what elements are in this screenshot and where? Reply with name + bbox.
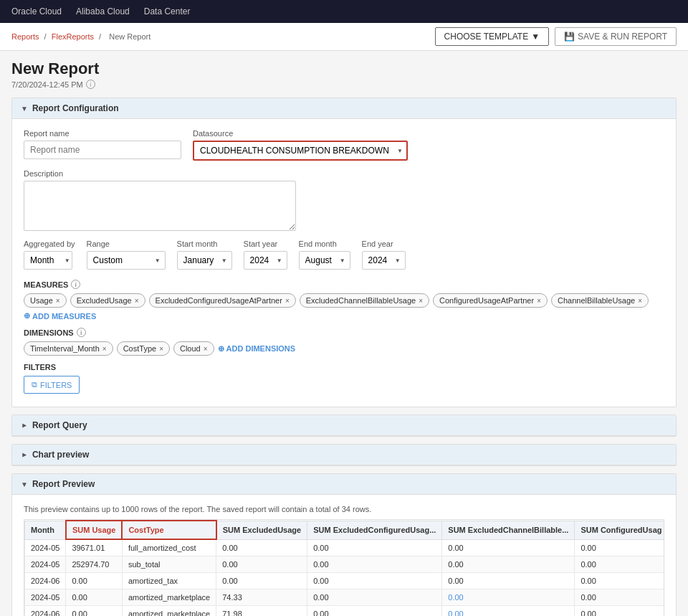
start-month-wrapper: January xyxy=(177,251,232,270)
table-cell: 0.00 xyxy=(307,573,442,589)
breadcrumb: Reports / FlexReports / New Report xyxy=(11,32,153,41)
table-cell: 2024-06 xyxy=(25,573,66,589)
remove-measure-tag[interactable]: × xyxy=(135,297,139,305)
nav-alibaba-cloud[interactable]: Alibaba Cloud xyxy=(76,6,130,16)
measure-tag: ExcludedChannelBillableUsage× xyxy=(300,293,429,308)
chevron-down-icon: ▼ xyxy=(531,32,540,42)
filters-section: FILTERS ⧉ FILTERS xyxy=(24,363,664,394)
datasource-select-wrapper: CLOUDHEALTH CONSUMPTION BREAKDOWN xyxy=(193,141,408,161)
report-preview-section: ▼ Report Preview This preview contains u… xyxy=(11,473,677,616)
table-row: 2024-050.00amortized_marketplace74.330.0… xyxy=(25,589,665,606)
report-preview-body: This preview contains up to 1000 rows of… xyxy=(12,495,676,616)
table-cell: amortized_tax xyxy=(122,573,216,589)
start-month-select[interactable]: January xyxy=(177,251,232,270)
measure-tag: ExcludedConfiguredUsageAtPartner× xyxy=(149,293,296,308)
report-name-label: Report name xyxy=(24,129,181,138)
table-cell: 2024-05 xyxy=(25,589,66,606)
table-row: 2024-0539671.01full_amortized_cost0.000.… xyxy=(25,539,665,556)
remove-measure-tag[interactable]: × xyxy=(638,297,642,305)
add-measures-button[interactable]: ⊕ ADD MEASURES xyxy=(24,311,96,321)
table-column-header: CostType xyxy=(122,521,216,539)
table-cell: 0.00 xyxy=(216,556,307,573)
add-dimensions-button[interactable]: ⊕ ADD DIMENSIONS xyxy=(218,344,296,354)
report-preview-title: Report Preview xyxy=(32,479,95,489)
table-cell: 71.98 xyxy=(216,606,307,617)
range-select[interactable]: Custom xyxy=(87,251,166,270)
dimension-tag: TimeInterval_Month× xyxy=(24,341,113,356)
table-column-header: Month xyxy=(25,521,66,539)
table-cell: 0.00 xyxy=(307,606,442,617)
report-configuration-header[interactable]: ▼ Report Configuration xyxy=(12,98,676,119)
dimension-tag: Cloud× xyxy=(173,341,214,356)
table-row: 2024-05252974.70sub_total0.000.000.000.0… xyxy=(25,556,665,573)
table-cell: 0.00 xyxy=(575,539,664,556)
chevron-right-icon: ▼ xyxy=(20,451,28,458)
datasource-select[interactable]: CLOUDHEALTH CONSUMPTION BREAKDOWN xyxy=(193,141,408,161)
choose-template-button[interactable]: CHOOSE TEMPLATE ▼ xyxy=(435,27,549,46)
save-run-button[interactable]: 💾 SAVE & RUN REPORT xyxy=(555,27,677,46)
chevron-down-icon: ▼ xyxy=(21,105,28,113)
remove-dimension-tag[interactable]: × xyxy=(102,345,107,353)
form-row-name-datasource: Report name Datasource CLOUDHEALTH CONSU… xyxy=(24,129,664,161)
table-row: 2024-060.00amortized_tax0.000.000.000.00 xyxy=(25,573,665,589)
table-cell: 0.00 xyxy=(66,589,123,606)
breadcrumb-reports[interactable]: Reports xyxy=(11,32,39,41)
start-year-group: Start year 2024 xyxy=(244,240,287,270)
table-cell: 0.00 xyxy=(575,556,664,573)
nav-data-center[interactable]: Data Center xyxy=(144,6,191,16)
table-cell: 0.00 xyxy=(66,606,123,617)
info-icon[interactable]: i xyxy=(86,80,95,89)
table-cell: 39671.01 xyxy=(66,539,123,556)
breadcrumb-flexreports[interactable]: FlexReports xyxy=(52,32,94,41)
measures-tags-row: Usage×ExcludedUsage×ExcludedConfiguredUs… xyxy=(24,293,664,321)
page-content: New Report 7/20/2024-12:45 PM i ▼ Report… xyxy=(0,51,688,616)
start-year-select[interactable]: 2024 xyxy=(244,251,287,270)
table-row: 2024-060.00amortized_marketplace71.980.0… xyxy=(25,606,665,617)
description-input[interactable] xyxy=(24,181,296,231)
remove-measure-tag[interactable]: × xyxy=(419,297,423,305)
table-cell: 0.00 xyxy=(307,589,442,606)
remove-dimension-tag[interactable]: × xyxy=(159,345,163,353)
start-year-label: Start year xyxy=(244,240,287,248)
nav-oracle-cloud[interactable]: Oracle Cloud xyxy=(11,6,62,16)
end-year-select[interactable]: 2024 xyxy=(362,251,406,270)
end-month-label: End month xyxy=(299,240,350,248)
dimensions-tags-row: TimeInterval_Month×CostType×Cloud× ⊕ ADD… xyxy=(24,341,664,356)
plus-icon: ⊕ xyxy=(24,311,30,321)
table-cell: 0.00 xyxy=(442,606,575,617)
table-cell: 0.00 xyxy=(442,573,575,589)
dimensions-info-icon[interactable]: i xyxy=(77,328,86,337)
end-month-select[interactable]: August xyxy=(299,251,350,270)
remove-measure-tag[interactable]: × xyxy=(56,297,60,305)
report-preview-header[interactable]: ▼ Report Preview xyxy=(12,474,676,495)
table-cell: 2024-06 xyxy=(25,606,66,617)
remove-dimension-tag[interactable]: × xyxy=(204,345,208,353)
dimension-tag: CostType× xyxy=(117,341,170,356)
remove-measure-tag[interactable]: × xyxy=(285,297,290,305)
table-cell: 0.00 xyxy=(66,573,123,589)
chart-preview-header[interactable]: ▼ Chart preview xyxy=(12,445,676,465)
report-name-input[interactable] xyxy=(24,141,181,159)
table-cell: 0.00 xyxy=(442,589,575,606)
report-query-header[interactable]: ▼ Report Query xyxy=(12,415,676,436)
preview-info: This preview contains up to 1000 rows of… xyxy=(24,505,664,513)
table-wrapper: MonthSUM UsageCostTypeSUM ExcludedUsageS… xyxy=(24,519,664,616)
aggregation-row: Aggregated by Month Range Custom xyxy=(24,240,664,270)
remove-measure-tag[interactable]: × xyxy=(537,297,541,305)
table-cell: 2024-05 xyxy=(25,556,66,573)
end-year-label: End year xyxy=(362,240,406,248)
table-cell: 0.00 xyxy=(575,606,664,617)
chevron-right-icon: ▼ xyxy=(20,422,28,429)
measures-info-icon[interactable]: i xyxy=(71,280,80,289)
table-cell: full_amortized_cost xyxy=(122,539,216,556)
table-cell: 0.00 xyxy=(216,573,307,589)
chevron-down-icon: ▼ xyxy=(21,480,28,488)
table-column-header: SUM ConfiguredUsag xyxy=(575,521,664,539)
plus-icon: ⊕ xyxy=(218,344,224,354)
filters-button[interactable]: ⧉ FILTERS xyxy=(24,376,80,394)
aggregated-by-select[interactable]: Month xyxy=(24,251,72,270)
aggregated-by-wrapper: Month xyxy=(24,251,75,270)
aggregated-by-group: Aggregated by Month xyxy=(24,240,75,270)
table-column-header: SUM Usage xyxy=(66,521,123,539)
table-cell: amortized_marketplace xyxy=(122,589,216,606)
